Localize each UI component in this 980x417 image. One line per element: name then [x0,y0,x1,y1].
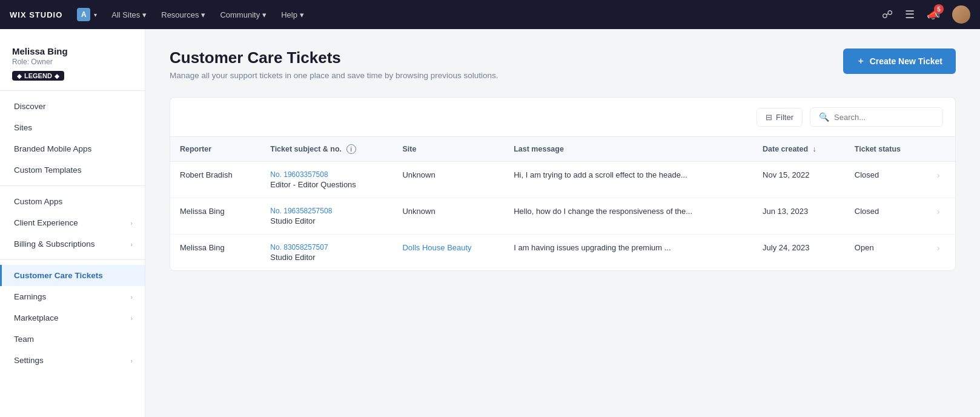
search-box: 🔍 [810,107,943,127]
diamond-icon-2: ◆ [55,73,59,79]
col-date-created[interactable]: Date created ↓ [753,137,845,162]
sidebar: Melissa Bing Role: Owner ◆ LEGEND ◆ Disc… [0,29,145,417]
bell-icon[interactable]: ☰ [905,8,915,21]
col-ticket-subject: Ticket subject & no. i [260,137,392,162]
cell-ticket-subject: No. 19603357508Editor - Editor Questions [260,162,392,198]
cell-row-chevron[interactable]: › [927,162,955,198]
sidebar-item-label: Discover [14,102,46,111]
row-chevron-icon[interactable]: › [937,207,940,216]
tickets-card: ⊟ Filter 🔍 Reporter Ticket subject & no.… [170,97,956,271]
tickets-toolbar: ⊟ Filter 🔍 [170,98,955,137]
site-link[interactable]: Dolls House Beauty [402,243,471,252]
account-chevron-icon: ▾ [94,12,97,18]
filter-button[interactable]: ⊟ Filter [757,108,803,127]
top-nav-resources[interactable]: Resources ▾ [161,10,205,19]
sidebar-nav: DiscoverSitesBranded Mobile AppsCustom T… [0,96,145,417]
sidebar-item-label: Marketplace [14,313,59,322]
chat-icon[interactable]: ☍ [882,8,893,21]
cell-reporter: Robert Bradish [170,162,260,198]
col-chevron-header [927,137,955,162]
cell-ticket-status: Closed [845,162,927,198]
top-nav: WIX STUDIO A ▾ All Sites ▾ Resources ▾ C… [0,0,980,29]
account-switcher[interactable]: A ▾ [77,8,97,21]
ticket-subject: Editor - Editor Questions [270,180,383,189]
ticket-subject: Studio Editor [270,216,383,225]
sidebar-item-label: Custom Apps [14,197,62,206]
top-nav-right: ☍ ☰ 📣 5 [882,5,970,24]
sidebar-item-label: Billing & Subscriptions [14,239,95,249]
sidebar-item-custom-templates[interactable]: Custom Templates [0,159,145,181]
cell-site: Unknown [392,198,504,235]
sidebar-chevron-icon: › [130,293,133,301]
filter-icon: ⊟ [766,113,772,122]
cell-ticket-status: Closed [845,198,927,235]
sidebar-item-customer-care-tickets[interactable]: Customer Care Tickets [0,265,145,286]
sidebar-chevron-icon: › [130,241,133,248]
account-initial: A [77,8,90,21]
sidebar-item-marketplace[interactable]: Marketplace› [0,307,145,329]
create-new-ticket-button[interactable]: ＋ Create New Ticket [843,48,956,74]
ticket-number: No. 19603357508 [270,170,383,179]
community-chevron-icon: ▾ [262,10,267,19]
avatar[interactable] [952,5,970,24]
sort-arrow-icon: ↓ [813,145,816,153]
sidebar-item-billing-subscriptions[interactable]: Billing & Subscriptions› [0,233,145,255]
sidebar-item-discover[interactable]: Discover [0,96,145,117]
cell-row-chevron[interactable]: › [927,235,955,271]
table-row: Melissa BingNo. 83058257507Studio Editor… [170,235,955,271]
sidebar-user-name: Melissa Bing [12,46,133,56]
sidebar-item-earnings[interactable]: Earnings› [0,286,145,307]
resources-chevron-icon: ▾ [201,10,205,19]
sidebar-item-sites[interactable]: Sites [0,117,145,138]
cell-date-created: July 24, 2023 [753,235,845,271]
cell-last-message: I am having issues upgrading the premium… [504,235,753,271]
top-nav-help[interactable]: Help ▾ [281,10,304,19]
sidebar-item-settings[interactable]: Settings› [0,350,145,371]
help-chevron-icon: ▾ [300,10,304,19]
sidebar-user-role: Role: Owner [12,58,133,66]
cell-row-chevron[interactable]: › [927,198,955,235]
col-site: Site [392,137,504,162]
search-input[interactable] [834,113,931,122]
table-header: Reporter Ticket subject & no. i Site Las… [170,137,955,162]
sidebar-chevron-icon: › [130,357,133,364]
top-nav-community[interactable]: Community ▾ [220,10,267,19]
sidebar-item-label: Branded Mobile Apps [14,144,91,153]
search-icon: 🔍 [819,112,829,122]
ticket-subject: Studio Editor [270,253,383,262]
tickets-table: Reporter Ticket subject & no. i Site Las… [170,137,955,270]
sidebar-item-client-experience[interactable]: Client Experience› [0,212,145,233]
sidebar-item-label: Team [14,335,34,344]
sidebar-item-team[interactable]: Team [0,329,145,350]
sidebar-item-label: Sites [14,123,32,132]
sidebar-item-branded-mobile-apps[interactable]: Branded Mobile Apps [0,138,145,159]
top-nav-items: All Sites ▾ Resources ▾ Community ▾ Help… [111,10,304,19]
megaphone-icon[interactable]: 📣 5 [927,8,940,21]
tickets-tbody: Robert BradishNo. 19603357508Editor - Ed… [170,162,955,271]
cell-site[interactable]: Dolls House Beauty [392,235,504,271]
layout: Melissa Bing Role: Owner ◆ LEGEND ◆ Disc… [0,29,980,417]
row-chevron-icon[interactable]: › [937,170,940,180]
page-subtitle: Manage all your support tickets in one p… [170,71,498,80]
sidebar-divider [0,259,145,260]
sidebar-item-label: Customer Care Tickets [14,271,103,280]
cell-last-message: Hello, how do I change the responsivenes… [504,198,753,235]
cell-last-message: Hi, I am trying to add a scroll effect t… [504,162,753,198]
sidebar-item-custom-apps[interactable]: Custom Apps [0,191,145,212]
sidebar-divider [0,185,145,186]
sidebar-user: Melissa Bing Role: Owner ◆ LEGEND ◆ [0,39,145,91]
table-row: Melissa BingNo. 196358257508Studio Edito… [170,198,955,235]
ticket-number: No. 196358257508 [270,207,383,215]
sidebar-chevron-icon: › [130,219,133,227]
ticket-info-icon[interactable]: i [346,144,356,154]
cell-date-created: Jun 13, 2023 [753,198,845,235]
ticket-number: No. 83058257507 [270,243,383,252]
all-sites-chevron-icon: ▾ [142,10,147,19]
page-header: Customer Care Tickets Manage all your su… [170,48,956,80]
top-nav-all-sites[interactable]: All Sites ▾ [111,10,147,19]
sidebar-item-label: Client Experience [14,218,78,227]
row-chevron-icon[interactable]: › [937,243,940,253]
cell-reporter: Melissa Bing [170,235,260,271]
notification-count: 5 [934,4,944,14]
cell-date-created: Nov 15, 2022 [753,162,845,198]
